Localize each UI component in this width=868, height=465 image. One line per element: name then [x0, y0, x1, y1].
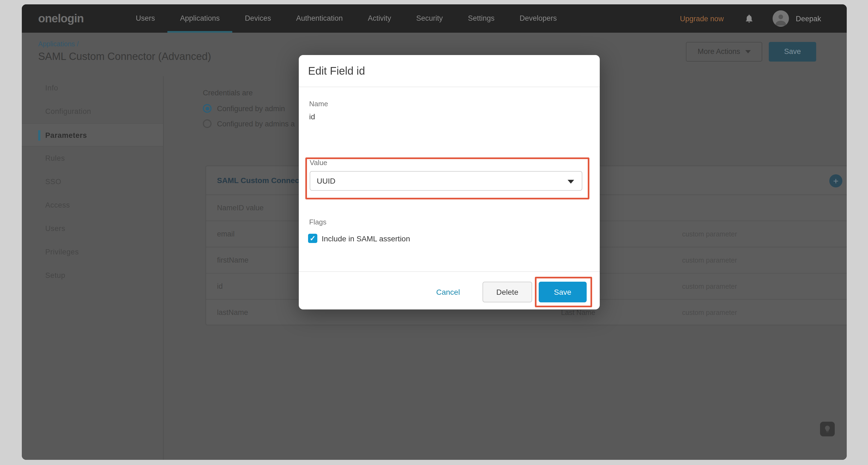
param-type: custom parameter: [682, 300, 737, 326]
sidebar-item-rules[interactable]: Rules: [22, 146, 163, 170]
notifications-bell-icon[interactable]: [745, 13, 754, 24]
nav-right-group: Upgrade now Deepak: [680, 4, 847, 33]
sidebar-item-parameters[interactable]: Parameters: [22, 123, 163, 146]
breadcrumb[interactable]: Applications /: [38, 40, 79, 48]
value-dropdown[interactable]: UUID: [310, 171, 582, 191]
modal-footer-divider: [299, 271, 600, 272]
username-label[interactable]: Deepak: [796, 14, 821, 23]
param-type: custom parameter: [682, 247, 737, 273]
more-actions-label: More Actions: [698, 47, 740, 56]
screenshot-stage: onelogin Users Applications Devices Auth…: [0, 0, 868, 465]
page-title: SAML Custom Connector (Advanced): [38, 51, 211, 63]
header-save-button[interactable]: Save: [769, 42, 816, 62]
cancel-button[interactable]: Cancel: [436, 288, 460, 296]
value-label: Value: [310, 159, 328, 167]
name-value: id: [309, 112, 315, 121]
value-dropdown-selected: UUID: [317, 172, 335, 190]
top-nav: onelogin Users Applications Devices Auth…: [22, 4, 847, 33]
radio-configured-by-admin[interactable]: Configured by admin: [203, 104, 285, 113]
lightbulb-icon: [823, 425, 832, 433]
upgrade-now-link[interactable]: Upgrade now: [680, 14, 724, 23]
nav-item-developers[interactable]: Developers: [507, 4, 569, 33]
radio-selected-icon[interactable]: [203, 104, 212, 113]
edit-field-modal: Edit Field id Name id Value UUID Flags ✓…: [299, 55, 600, 309]
name-label: Name: [309, 100, 328, 108]
nav-item-security[interactable]: Security: [404, 4, 456, 33]
nav-item-authentication[interactable]: Authentication: [283, 4, 355, 33]
sidebar-item-privileges[interactable]: Privileges: [22, 240, 163, 264]
sidebar-item-sso[interactable]: SSO: [22, 170, 163, 193]
sidebar-item-users[interactable]: Users: [22, 217, 163, 240]
radio-label: Configured by admin: [217, 104, 285, 112]
app-sidebar: Info Configuration Parameters Rules SSO …: [22, 76, 163, 460]
param-type: custom parameter: [682, 273, 737, 300]
sidebar-item-access[interactable]: Access: [22, 193, 163, 217]
parameters-table-title: SAML Custom Connecto: [217, 166, 306, 195]
add-parameter-button[interactable]: +: [829, 174, 842, 188]
app-window: onelogin Users Applications Devices Auth…: [22, 4, 847, 460]
help-widget-button[interactable]: [820, 422, 835, 436]
nav-item-settings[interactable]: Settings: [455, 4, 507, 33]
modal-save-button[interactable]: Save: [539, 282, 587, 302]
param-type: custom parameter: [682, 221, 737, 247]
param-field: firstName: [217, 247, 249, 273]
sidebar-item-configuration[interactable]: Configuration: [22, 100, 163, 123]
radio-label: Configured by admins a: [217, 120, 295, 128]
more-actions-button[interactable]: More Actions: [686, 42, 762, 62]
param-field: id: [217, 273, 223, 300]
param-field: NameID value: [217, 195, 264, 221]
include-in-saml-assertion-label: Include in SAML assertion: [322, 234, 410, 243]
sidebar-item-info[interactable]: Info: [22, 76, 163, 100]
flags-label: Flags: [309, 218, 327, 226]
modal-title: Edit Field id: [308, 65, 365, 77]
radio-unselected-icon[interactable]: [203, 119, 212, 128]
nav-item-applications[interactable]: Applications: [168, 4, 232, 33]
sidebar-item-setup[interactable]: Setup: [22, 264, 163, 287]
chevron-down-icon: [567, 180, 574, 184]
param-field: lastName: [217, 300, 248, 326]
credentials-are-label: Credentials are: [203, 89, 253, 97]
modal-header-divider: [299, 87, 600, 87]
chevron-down-icon: [745, 51, 750, 54]
nav-item-devices[interactable]: Devices: [232, 4, 283, 33]
nav-menu: Users Applications Devices Authenticatio…: [123, 4, 569, 33]
radio-configured-by-admins-and-users[interactable]: Configured by admins a: [203, 119, 295, 128]
nav-item-activity[interactable]: Activity: [355, 4, 404, 33]
param-field: email: [217, 221, 235, 247]
user-avatar[interactable]: [773, 10, 789, 27]
nav-item-users[interactable]: Users: [123, 4, 168, 33]
onelogin-logo: onelogin: [38, 12, 84, 25]
delete-button[interactable]: Delete: [483, 282, 532, 302]
include-in-saml-assertion-checkbox[interactable]: ✓: [308, 234, 317, 243]
